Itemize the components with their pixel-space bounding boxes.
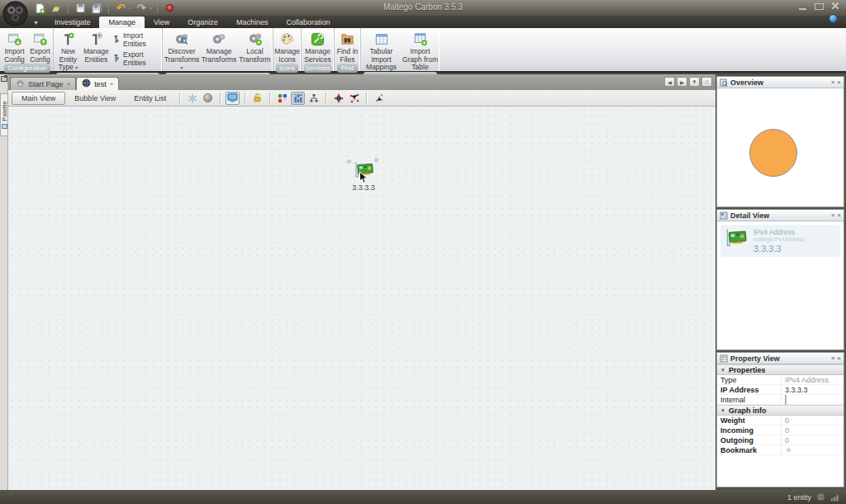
property-value-incoming[interactable]: 0 [782,426,844,435]
help-globe-icon[interactable] [829,14,838,23]
layout-circular-icon[interactable] [331,92,345,105]
lock-icon[interactable] [250,92,264,105]
view-tab-bubble[interactable]: Bubble View [65,93,125,104]
status-memory-icon[interactable] [830,490,839,504]
tab-machines[interactable]: Machines [227,17,278,28]
discover-transforms-button[interactable]: Discover Transforms ▾ [164,29,201,73]
find-in-files-icon [340,31,355,47]
manage-entities-icon [88,31,103,47]
overview-body[interactable] [717,88,844,207]
full-screen-view-icon[interactable] [226,92,240,105]
local-transform-button[interactable]: Local Transform [238,29,273,64]
tabular-import-mappings-button[interactable]: Tabular Import Mappings [362,29,402,72]
close-button[interactable] [830,2,841,11]
palette-dock-tab[interactable]: Palette [0,93,7,136]
ribbon-group-configuration: Import Config Export Config Configuratio… [2,28,53,71]
tab-list-button[interactable]: ▼ [689,77,700,87]
layout-hierarchical-icon[interactable] [291,92,305,105]
new-entity-type-button[interactable]: New Entity Type ▾ [54,29,83,73]
tab-investigate[interactable]: Investigate [45,17,100,28]
group-label-find: Find [337,64,358,73]
panel-close-icon[interactable]: × [837,79,841,86]
panel-collapse-icon[interactable]: » [831,212,834,219]
discover-transforms-icon [173,31,190,47]
mouse-cursor [359,171,368,188]
window-title: Maltego Carbon 3.5.3 [0,2,846,12]
panel-close-icon[interactable]: × [837,355,841,362]
view-tab-entity-list[interactable]: Entity List [125,93,175,104]
internal-checkbox[interactable] [785,395,787,405]
property-view-panel: Property View » × ▼ Properties Type IPv4… [716,352,844,487]
doc-tab-test[interactable]: test × [76,77,119,90]
graph-globe-icon [82,78,91,89]
title-bar[interactable]: ↶ ▾ ↷ ▾ Maltego Carbon 3.5.3 [0,0,846,16]
dock-window-icon[interactable] [1,76,7,82]
doc-tab-start-page[interactable]: Start Page × [10,77,76,90]
manage-entities-button[interactable]: Manage Entities [83,29,110,64]
panel-collapse-icon[interactable]: » [831,79,834,86]
detail-view-panel-title[interactable]: Detail View » × [717,210,844,221]
pause-layout-icon[interactable] [201,92,215,105]
view-toolbar: Main View Bubble View Entity List [8,90,715,107]
tab-organize[interactable]: Organize [178,17,227,28]
property-row-incoming: Incoming 0 [717,426,844,435]
tab-manage[interactable]: Manage [99,17,145,28]
manage-transforms-button[interactable]: Manage Transforms [201,29,238,64]
detail-entity-value: 3.3.3.3 [753,244,805,254]
toolbar-separator [220,93,221,104]
minimize-button[interactable] [797,2,808,11]
panel-collapse-icon[interactable]: » [831,355,834,362]
overview-panel-title[interactable]: Overview » × [717,77,844,88]
app-menu-icon[interactable]: ▼ [33,20,39,26]
find-in-files-button[interactable]: Find in Files [335,29,360,64]
import-graph-from-table-button[interactable]: Import Graph from Table [402,29,440,72]
property-value-type[interactable]: IPv4 Address [782,376,844,384]
export-entities-icon [112,54,121,64]
property-row-weight: Weight 0 [717,416,844,426]
layout-interactive-icon[interactable] [372,92,386,105]
bookmark-star-icon[interactable]: ★ [785,445,792,454]
import-config-button[interactable]: Import Config [2,29,27,64]
ribbon-group-transforms: Discover Transforms ▾ Manage Transforms … [162,28,273,71]
maximize-view-button[interactable]: □ [701,77,712,87]
overview-viewport-circle[interactable] [749,129,797,177]
tab-collaboration[interactable]: Collaboration [277,17,339,28]
layout-block-icon[interactable] [275,92,289,105]
import-entities-button[interactable]: Import Entities [112,31,159,48]
document-tab-bar: Start Page × test × ◀ ▶ ▼ □ [8,74,715,90]
section-graph-info[interactable]: ▼ Graph info [717,405,844,416]
panel-close-icon[interactable]: × [837,212,841,219]
graph-canvas[interactable]: 3.3.3.3 [8,107,715,490]
layout-organic-icon[interactable] [347,92,361,105]
manage-icons-button[interactable]: Manage Icons [273,29,301,64]
section-properties[interactable]: ▼ Properties [717,364,844,375]
view-tab-main[interactable]: Main View [12,92,65,105]
export-config-button[interactable]: Export Config [27,29,53,64]
export-entities-button[interactable]: Export Entities [112,50,159,67]
toolbar-separator [245,93,245,104]
status-globe-icon[interactable] [816,490,825,504]
tab-view[interactable]: View [145,17,178,28]
freeze-layout-icon[interactable] [185,92,199,105]
close-tab-icon[interactable]: × [110,80,114,88]
maximize-button[interactable] [814,2,825,11]
detail-entity-type: IPv4 Address [753,228,805,236]
ipv4-entity-icon [724,228,749,254]
prev-tab-button[interactable]: ◀ [664,77,675,87]
close-tab-icon[interactable]: × [67,80,71,88]
property-value-weight[interactable]: 0 [782,416,844,425]
new-entity-type-icon [60,31,75,47]
maltego-window: ↶ ▾ ↷ ▾ Maltego Carbon 3.5.3 ▼ Investiga… [0,0,846,504]
app-logo[interactable] [2,1,28,26]
property-value-ip-address[interactable]: 3.3.3.3 [782,386,844,394]
import-graph-from-table-icon [412,31,429,47]
detail-entity-card[interactable]: IPv4 Address maltego.IPv4Address 3.3.3.3 [720,225,840,257]
next-tab-button[interactable]: ▶ [677,77,687,87]
property-value-outgoing[interactable]: 0 [782,436,844,445]
home-icon [16,78,25,89]
manage-transforms-icon [211,31,227,47]
layout-tree-icon[interactable] [307,92,321,105]
property-view-panel-title[interactable]: Property View » × [717,353,844,364]
manage-services-button[interactable]: Manage Services [302,29,334,64]
ribbon-group-services: Manage Services Services [301,28,334,71]
